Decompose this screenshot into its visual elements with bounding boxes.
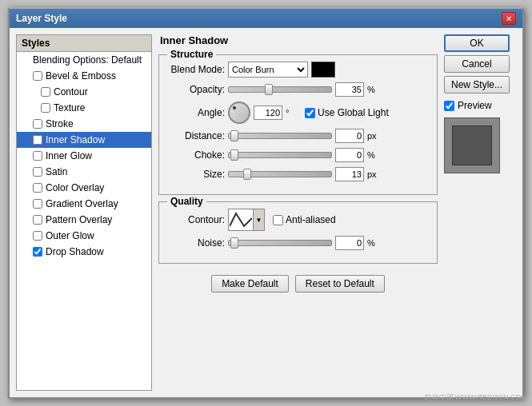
inner-shadow-checkbox[interactable] (33, 135, 42, 145)
sidebar-item-outer-glow[interactable]: Outer Glow (17, 228, 151, 244)
reset-default-button[interactable]: Reset to Default (295, 275, 385, 293)
dialog-title: Layer Style (16, 13, 67, 24)
noise-input[interactable] (335, 236, 364, 250)
noise-slider[interactable] (228, 240, 332, 246)
distance-row: Distance: px (169, 129, 427, 143)
anti-alias-checkbox[interactable] (273, 215, 283, 225)
size-row: Size: px (169, 167, 427, 181)
size-label: Size: (169, 169, 225, 180)
angle-unit: ° (286, 108, 302, 117)
main-content: Inner Shadow Structure Blend Mode: Color… (158, 34, 438, 391)
opacity-thumb[interactable] (265, 84, 273, 95)
color-swatch[interactable] (311, 62, 335, 78)
blend-mode-label: Blend Mode: (169, 64, 225, 75)
noise-row: Noise: % (169, 236, 427, 250)
sidebar-item-contour[interactable]: Contour (17, 84, 151, 100)
preview-checkbox[interactable] (444, 101, 454, 111)
sidebar-item-texture[interactable]: Texture (17, 100, 151, 116)
noise-unit: % (367, 238, 383, 248)
sidebar-item-inner-glow[interactable]: Inner Glow (17, 148, 151, 164)
size-thumb[interactable] (243, 169, 251, 180)
dialog-body: Styles Blending Options: Default Bevel &… (10, 28, 522, 397)
sidebar-item-drop-shadow[interactable]: Drop Shadow (17, 244, 151, 260)
drop-shadow-checkbox[interactable] (33, 247, 42, 257)
inner-glow-checkbox[interactable] (33, 151, 42, 161)
quality-section: Quality Contour: ▼ (158, 201, 438, 264)
angle-input[interactable] (254, 105, 282, 120)
sidebar-item-satin[interactable]: Satin (17, 164, 151, 180)
bevel-checkbox[interactable] (33, 71, 42, 81)
anti-alias-label[interactable]: Anti-aliased (273, 214, 336, 225)
opacity-label: Opacity: (169, 84, 225, 95)
choke-row: Choke: % (169, 148, 427, 162)
use-global-light-checkbox[interactable] (305, 108, 315, 118)
outer-glow-checkbox[interactable] (33, 231, 42, 241)
choke-label: Choke: (169, 149, 225, 161)
choke-unit: % (367, 150, 383, 160)
distance-slider[interactable] (228, 133, 332, 139)
contour-dropdown-arrow[interactable]: ▼ (254, 209, 265, 231)
title-bar: Layer Style ✕ (10, 9, 522, 28)
opacity-slider[interactable] (228, 86, 332, 93)
contour-label: Contour: (169, 214, 225, 225)
gradient-overlay-checkbox[interactable] (33, 199, 42, 209)
new-style-button[interactable]: New Style... (444, 76, 510, 94)
sidebar: Styles Blending Options: Default Bevel &… (16, 34, 152, 391)
cancel-button[interactable]: Cancel (444, 55, 510, 73)
use-global-label[interactable]: Use Global Light (305, 107, 389, 118)
size-unit: px (367, 169, 383, 179)
contour-preview[interactable] (228, 209, 254, 231)
sidebar-item-stroke[interactable]: Stroke (17, 116, 151, 132)
sidebar-item-pattern-overlay[interactable]: Pattern Overlay (17, 212, 151, 228)
distance-thumb[interactable] (230, 130, 238, 141)
make-default-button[interactable]: Make Default (211, 275, 289, 293)
angle-dial[interactable] (228, 102, 250, 124)
choke-input[interactable] (335, 148, 364, 162)
sidebar-item-gradient-overlay[interactable]: Gradient Overlay (17, 196, 151, 212)
right-panel: OK Cancel New Style... Preview (444, 34, 516, 391)
sidebar-item-inner-shadow[interactable]: Inner Shadow (17, 132, 151, 148)
angle-indicator (233, 106, 236, 109)
sidebar-styles-header: Styles (17, 35, 151, 52)
contour-row: Contour: ▼ Anti-aliased (169, 209, 427, 231)
noise-label: Noise: (169, 237, 225, 249)
structure-title: Structure (167, 49, 216, 60)
blend-mode-row: Blend Mode: Color Burn Normal Multiply (169, 62, 427, 78)
distance-unit: px (367, 131, 383, 141)
contour-control: ▼ (228, 209, 265, 231)
choke-slider[interactable] (228, 152, 332, 158)
layer-style-dialog: Layer Style ✕ Styles Blending Options: D… (8, 7, 524, 399)
angle-row: Angle: ° Use Global Light (169, 102, 427, 124)
ok-button[interactable]: OK (444, 34, 510, 52)
structure-section: Structure Blend Mode: Color Burn Normal … (158, 54, 438, 195)
opacity-unit: % (367, 85, 383, 94)
stroke-checkbox[interactable] (33, 119, 42, 129)
close-button[interactable]: ✕ (502, 12, 516, 25)
distance-label: Distance: (169, 130, 225, 141)
color-overlay-checkbox[interactable] (33, 183, 42, 193)
bottom-buttons: Make Default Reset to Default (158, 275, 438, 293)
satin-checkbox[interactable] (33, 167, 42, 177)
panel-title: Inner Shadow (158, 34, 438, 46)
texture-checkbox[interactable] (41, 103, 50, 113)
pattern-overlay-checkbox[interactable] (33, 215, 42, 225)
size-slider[interactable] (228, 171, 332, 177)
distance-input[interactable] (335, 129, 364, 143)
quality-title: Quality (167, 196, 206, 207)
opacity-row: Opacity: % (169, 82, 427, 97)
sidebar-item-bevel[interactable]: Bevel & Emboss (17, 68, 151, 84)
watermark: 红动中国 WWW.REDOCN.COM (425, 392, 528, 403)
blend-mode-select[interactable]: Color Burn Normal Multiply (228, 62, 308, 78)
choke-thumb[interactable] (230, 149, 238, 161)
preview-box (444, 117, 500, 173)
preview-inner (452, 125, 492, 165)
sidebar-item-color-overlay[interactable]: Color Overlay (17, 180, 151, 196)
contour-checkbox[interactable] (41, 87, 50, 97)
angle-label: Angle: (169, 107, 225, 118)
preview-label: Preview (444, 100, 516, 111)
noise-thumb[interactable] (230, 237, 238, 249)
size-input[interactable] (335, 167, 364, 181)
sidebar-item-blending[interactable]: Blending Options: Default (17, 52, 151, 68)
opacity-input[interactable] (335, 82, 364, 97)
